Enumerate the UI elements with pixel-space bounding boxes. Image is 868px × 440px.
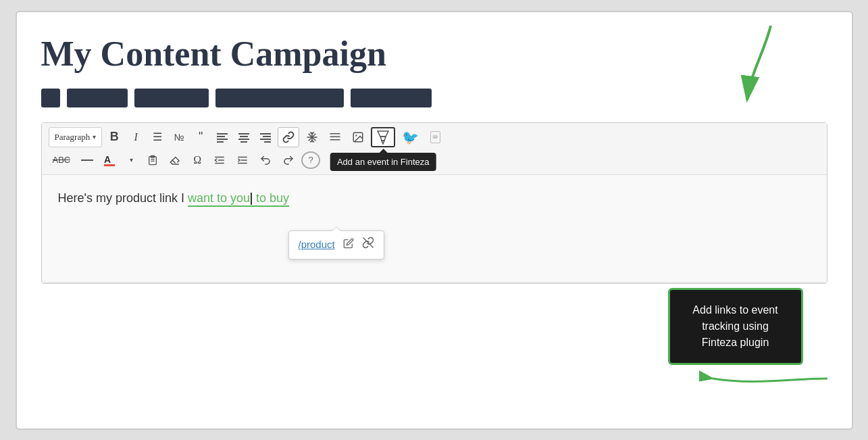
- align-center-icon: [238, 132, 249, 143]
- undo-icon: [259, 154, 272, 166]
- chevron-down-icon: ▾: [93, 133, 96, 141]
- redo-icon: [282, 154, 295, 166]
- align-center-button[interactable]: [234, 127, 253, 147]
- special-chars-button[interactable]: Ω: [188, 150, 207, 170]
- strikethrough-icon: ABC: [53, 155, 71, 165]
- paste-button[interactable]: [143, 150, 162, 170]
- font-color-picker-button[interactable]: ▾: [122, 150, 141, 170]
- text-cursor: [251, 193, 252, 205]
- main-container: My Content Campaign Paragraph ▾ B I: [16, 11, 853, 430]
- svg-marker-25: [378, 131, 388, 137]
- numbered-list-button[interactable]: №: [170, 127, 188, 147]
- svg-point-24: [355, 135, 357, 136]
- svg-rect-3: [217, 141, 224, 143]
- svg-rect-8: [260, 133, 271, 135]
- indent-decrease-button[interactable]: [209, 150, 230, 170]
- link-popup: /product: [288, 230, 384, 260]
- indent-increase-button[interactable]: [232, 150, 253, 170]
- editor-body[interactable]: Here's my product link I want to you to …: [42, 175, 827, 283]
- svg-rect-1: [217, 136, 225, 137]
- media-button[interactable]: [348, 127, 368, 147]
- snowflake-icon: [306, 131, 318, 143]
- unlink-icon[interactable]: [362, 237, 374, 254]
- editor-wrapper: Paragraph ▾ B I ☰ № ": [41, 122, 827, 284]
- keyboard-icon: ⌨: [430, 131, 440, 143]
- svg-rect-0: [217, 133, 228, 135]
- align-right-icon: [260, 132, 271, 143]
- info-box-text: Add links to event tracking using Fintez…: [692, 304, 777, 348]
- align-left-button[interactable]: [213, 127, 232, 147]
- help-button[interactable]: ?: [301, 151, 320, 169]
- svg-rect-30: [104, 164, 115, 166]
- finteza-btn-wrapper: Add an event in Finteza: [371, 127, 395, 147]
- content-before: Here's my product link I: [58, 191, 188, 205]
- eraser-icon: [169, 154, 181, 166]
- editor-toolbar: Paragraph ▾ B I ☰ № ": [42, 123, 827, 175]
- link-url[interactable]: /product: [299, 237, 335, 253]
- media-icon: [352, 131, 364, 143]
- finteza-tooltip: Add an event in Finteza: [330, 153, 436, 171]
- info-box: Add links to event tracking using Fintez…: [668, 288, 803, 365]
- horizontal-rule-icon: [81, 157, 93, 164]
- svg-rect-2: [217, 139, 228, 140]
- svg-marker-27: [382, 141, 384, 144]
- green-arrow-annotation: [710, 19, 791, 116]
- snowflake-button[interactable]: [302, 127, 322, 147]
- editor-content: Here's my product link I want to you to …: [58, 189, 811, 208]
- svg-rect-5: [240, 136, 248, 137]
- link-button[interactable]: [278, 127, 299, 147]
- placeholder-5: [351, 89, 432, 107]
- eraser-button[interactable]: [165, 150, 185, 170]
- svg-rect-20: [330, 136, 340, 137]
- info-section: Add links to event tracking using Fintez…: [699, 358, 827, 399]
- placeholder-1: [41, 89, 60, 107]
- redo-button[interactable]: [278, 150, 299, 170]
- undo-button[interactable]: [255, 150, 276, 170]
- italic-button[interactable]: I: [126, 127, 145, 147]
- svg-rect-9: [263, 136, 271, 137]
- paragraph-select-label: Paragraph: [55, 132, 91, 143]
- svg-marker-26: [380, 137, 386, 141]
- placeholder-2: [67, 89, 128, 107]
- svg-rect-7: [240, 141, 247, 143]
- indent-increase-icon: [236, 154, 249, 166]
- font-color-button[interactable]: A: [100, 150, 119, 170]
- font-color-icon: A: [104, 154, 115, 166]
- chevron-down-icon-2: ▾: [130, 156, 133, 164]
- hr-icon: [329, 131, 341, 143]
- svg-rect-4: [238, 133, 249, 135]
- horizontal-rule-button[interactable]: [77, 150, 97, 170]
- bold-button[interactable]: B: [105, 127, 124, 147]
- placeholder-3: [134, 89, 209, 107]
- edit-link-icon[interactable]: [343, 237, 354, 254]
- svg-rect-22: [330, 139, 340, 141]
- twitter-icon: 🐦: [402, 129, 419, 145]
- link-icon: [282, 131, 295, 143]
- highlighted-text: want to you to buy: [188, 191, 289, 207]
- strikethrough-button[interactable]: ABC: [49, 150, 75, 170]
- align-left-icon: [217, 132, 228, 143]
- svg-rect-21: [330, 133, 340, 135]
- svg-rect-6: [238, 139, 249, 140]
- hr-button[interactable]: [325, 127, 345, 147]
- svg-text:A: A: [104, 154, 111, 165]
- svg-rect-10: [260, 139, 271, 140]
- twitter-button[interactable]: 🐦: [398, 127, 423, 147]
- finteza-icon: [376, 130, 390, 145]
- blockquote-button[interactable]: ": [191, 127, 210, 147]
- finteza-button[interactable]: [371, 127, 395, 147]
- omega-icon: Ω: [193, 154, 201, 166]
- keyboard-button[interactable]: ⌨: [426, 127, 444, 147]
- help-icon: ?: [309, 155, 313, 165]
- indent-decrease-icon: [213, 154, 226, 166]
- bullet-list-button[interactable]: ☰: [148, 127, 167, 147]
- svg-rect-11: [264, 141, 271, 143]
- paragraph-select[interactable]: Paragraph ▾: [49, 127, 103, 147]
- paste-icon: [147, 154, 158, 166]
- align-right-button[interactable]: [256, 127, 275, 147]
- placeholder-4: [215, 89, 344, 107]
- toolbar-row-1: Paragraph ▾ B I ☰ № ": [49, 127, 820, 147]
